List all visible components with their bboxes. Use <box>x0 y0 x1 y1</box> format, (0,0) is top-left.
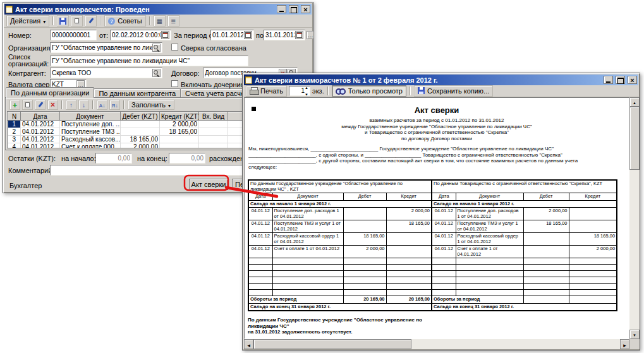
back-toolbar: Действия ? Советы <box>4 15 312 28</box>
grid-header-cell[interactable]: Документ <box>60 112 121 121</box>
fill-label: Заполнить <box>131 101 166 109</box>
comment-input[interactable] <box>50 165 248 176</box>
grid-cell[interactable]: Расходный кассов... <box>60 136 121 143</box>
grid-header-cell[interactable]: Дебет (KZT) <box>121 112 160 121</box>
organization-input[interactable]: ГУ "Областное управление по ликв <box>50 42 162 53</box>
grid-header-cell[interactable]: Кредит (KZT) <box>160 112 199 121</box>
calendar-icon[interactable] <box>161 31 169 39</box>
grid-header-cell[interactable]: N <box>8 112 21 121</box>
maximize-icon[interactable] <box>616 76 625 84</box>
grid-cell[interactable]: Поступление доп. ... <box>60 121 121 128</box>
horizontal-scroll-thumb[interactable] <box>253 339 411 349</box>
grid-cell[interactable]: 2 <box>8 128 21 136</box>
print-button[interactable]: Печать <box>246 85 287 97</box>
tips-button[interactable]: ? Советы <box>104 15 145 27</box>
org-list-input[interactable]: ГУ "Областное управление по ликвидации Ч… <box>50 56 248 66</box>
edit-row-icon[interactable] <box>35 100 46 110</box>
contractor-input[interactable]: Скрепка ТОО <box>50 68 162 78</box>
grid-cell[interactable]: 3 <box>8 136 21 143</box>
vertical-scroll-thumb[interactable] <box>629 107 640 170</box>
cell <box>248 284 272 290</box>
spin-down-icon[interactable] <box>305 91 308 96</box>
fill-button[interactable]: Заполнить <box>128 100 174 110</box>
calendar-icon[interactable] <box>295 31 303 39</box>
grid-cell[interactable] <box>199 121 228 128</box>
act-sverki-button[interactable]: Акт сверки <box>189 179 228 190</box>
add-row-icon[interactable] <box>9 100 20 110</box>
cell <box>343 265 386 271</box>
sort-desc-icon[interactable] <box>109 100 120 110</box>
sort-asc-icon[interactable] <box>97 100 107 110</box>
copies-stepper[interactable] <box>305 86 308 96</box>
more-button[interactable] <box>307 31 314 39</box>
end-balance-input[interactable]: 0,00 <box>169 153 205 164</box>
copy-row-icon[interactable] <box>22 100 33 110</box>
period-to-input[interactable]: 31.01.2012 <box>264 30 305 40</box>
agreed-checkbox[interactable] <box>171 44 178 51</box>
grid-cell[interactable]: 2 000,00 <box>121 143 160 149</box>
begin-balance-input[interactable]: 0,00 <box>95 153 132 164</box>
grid-cell[interactable] <box>160 136 199 143</box>
grid-cell[interactable] <box>199 128 228 136</box>
copies-input[interactable]: 1 <box>289 86 310 96</box>
cell <box>343 258 386 265</box>
post-document-icon[interactable] <box>85 15 97 27</box>
minimize-icon[interactable] <box>604 76 613 84</box>
copy-icon[interactable] <box>71 15 83 27</box>
grid-cell[interactable]: 04.01.2012 <box>21 121 60 128</box>
save-icon[interactable] <box>57 15 69 27</box>
grid-cell[interactable] <box>199 143 228 149</box>
grid-cell[interactable]: 18 165,00 <box>160 128 199 136</box>
close-icon[interactable] <box>628 76 637 84</box>
minimize-icon[interactable] <box>277 5 286 13</box>
actions-menu-button[interactable]: Действия <box>6 15 49 27</box>
toolbar-separator <box>92 100 94 109</box>
grid-header-cell[interactable]: Дата <box>21 112 60 121</box>
back-titlebar[interactable]: Акт сверки взаиморасчетов: Проведен <box>4 4 312 15</box>
grid-cell[interactable]: 4 <box>8 143 21 149</box>
vertical-scrollbar[interactable] <box>629 97 640 339</box>
calendar-icon[interactable] <box>244 31 252 39</box>
grid-cell[interactable] <box>199 136 228 143</box>
grid-cell[interactable] <box>160 143 199 149</box>
cell <box>386 233 432 246</box>
scroll-right-icon[interactable] <box>620 339 629 349</box>
scroll-down-icon[interactable] <box>629 330 640 339</box>
horizontal-scrollbar[interactable] <box>244 339 629 349</box>
period-from-input[interactable]: 01.01.2012 <box>210 30 254 40</box>
grid-cell[interactable] <box>121 121 160 128</box>
grid-cell[interactable]: 04.01.2012 <box>21 136 60 143</box>
scroll-up-icon[interactable] <box>629 97 640 107</box>
search-icon[interactable] <box>152 44 161 52</box>
grid-cell[interactable]: 1 <box>8 121 21 128</box>
maximize-icon[interactable] <box>289 5 298 13</box>
list-settings-icon[interactable] <box>167 15 179 27</box>
view-only-toggle[interactable]: Только просмотр <box>332 85 406 97</box>
grid-cell[interactable] <box>121 128 160 136</box>
front-titlebar[interactable]: Акт сверки взаиморасчетов № 1 от 2 февра… <box>244 75 638 85</box>
move-up-icon[interactable] <box>66 100 76 110</box>
number-input[interactable]: 00000000001 <box>50 30 97 40</box>
delete-row-icon[interactable] <box>47 100 58 110</box>
close-icon[interactable] <box>301 5 310 13</box>
include-subsidiaries-checkbox[interactable] <box>171 80 178 87</box>
save-copy-button[interactable]: Сохранить копию... <box>414 85 493 97</box>
cell <box>386 265 432 271</box>
grid-header-cell[interactable]: Вх. Вид <box>199 112 228 121</box>
table-settings-icon[interactable] <box>154 15 166 27</box>
grid-cell[interactable]: 04.01.2012 <box>21 143 60 149</box>
cell: 04.01.12 <box>432 233 456 246</box>
tab[interactable]: По данным контрагента <box>94 88 181 98</box>
grid-cell[interactable]: 2 000,00 <box>160 121 199 128</box>
scroll-left-icon[interactable] <box>244 339 253 349</box>
doc-date-input[interactable]: 02.02.2012 0:00:00 <box>110 30 171 40</box>
tab[interactable]: По данным организации <box>6 87 94 98</box>
grid-cell[interactable]: Счет к оплате 000... <box>60 143 121 149</box>
grid-cell[interactable]: 04.01.2012 <box>21 128 60 136</box>
grid-cell[interactable]: Поступление ТМЗ ... <box>60 128 121 136</box>
grid-cell[interactable]: 18 165,00 <box>121 136 160 143</box>
back-window-title: Акт сверки взаиморасчетов: Проведен <box>15 6 274 13</box>
move-down-icon[interactable] <box>78 100 89 110</box>
search-icon[interactable] <box>152 69 161 77</box>
spin-up-icon[interactable] <box>305 86 308 91</box>
